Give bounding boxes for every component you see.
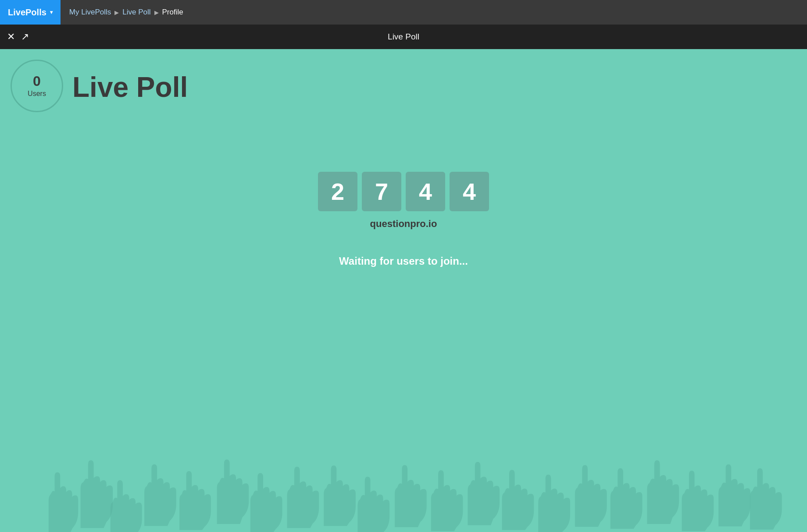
caret-icon: ▾ <box>50 9 53 15</box>
breadcrumb-sep-1: ▶ <box>114 9 119 16</box>
breadcrumb-my-livepolls[interactable]: My LivePolls <box>69 8 111 17</box>
breadcrumb-current: Profile <box>162 8 183 17</box>
code-digit-4: 4 <box>450 172 489 211</box>
breadcrumb: My LivePolls ▶ Live Poll ▶ Profile <box>61 8 183 17</box>
close-icon: ✕ <box>7 31 15 43</box>
users-label: Users <box>28 90 46 98</box>
code-section: 2 7 4 4 questionpro.io <box>318 172 489 230</box>
brand-label: LivePolls <box>8 7 46 18</box>
code-digit-1: 2 <box>318 172 357 211</box>
code-digit-2: 7 <box>362 172 401 211</box>
code-digits: 2 7 4 4 <box>318 172 489 211</box>
expand-button[interactable]: ↗ <box>21 31 29 43</box>
hands-container <box>0 444 807 532</box>
waiting-text: Waiting for users to join... <box>339 255 468 267</box>
toolbar-title: Live Poll <box>388 32 419 42</box>
hands-svg <box>0 444 807 532</box>
top-nav: LivePolls ▾ My LivePolls ▶ Live Poll ▶ P… <box>0 0 807 25</box>
code-url: questionpro.io <box>370 218 437 230</box>
toolbar: ✕ ↗ Live Poll <box>0 25 807 49</box>
code-digit-3: 4 <box>406 172 445 211</box>
users-circle: 0 Users <box>11 60 63 112</box>
breadcrumb-live-poll[interactable]: Live Poll <box>122 8 150 17</box>
poll-title: Live Poll <box>72 71 188 103</box>
brand-button[interactable]: LivePolls ▾ <box>0 0 61 25</box>
main-content: 0 Users Live Poll 2 7 4 4 questionpro.io… <box>0 49 807 532</box>
users-count: 0 <box>33 74 41 88</box>
expand-icon: ↗ <box>21 31 29 43</box>
close-button[interactable]: ✕ <box>7 31 15 43</box>
breadcrumb-sep-2: ▶ <box>154 9 159 16</box>
